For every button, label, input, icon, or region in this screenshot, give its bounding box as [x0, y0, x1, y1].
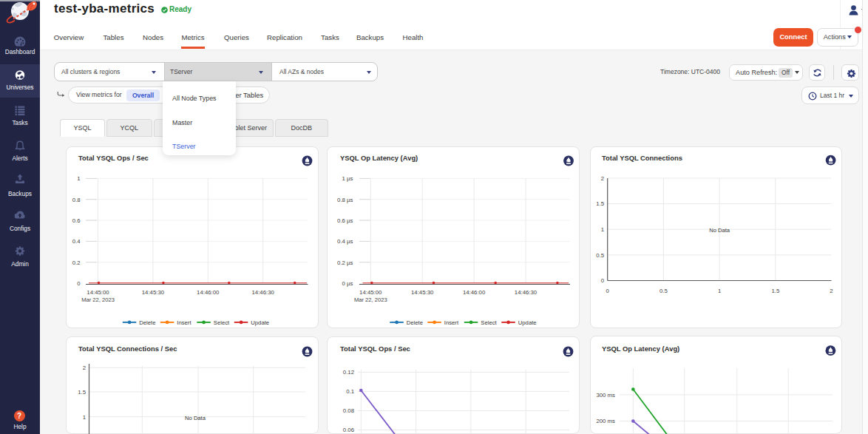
svg-text:0.08: 0.08: [343, 407, 354, 414]
svg-text:Delete: Delete: [139, 319, 155, 326]
svg-text:0.2: 0.2: [72, 260, 81, 266]
svg-text:1.5: 1.5: [596, 200, 605, 207]
svg-text:14:46:00: 14:46:00: [463, 289, 486, 296]
svg-text:Total YSQL Connections: Total YSQL Connections: [602, 154, 682, 162]
svg-text:0.8: 0.8: [72, 197, 81, 203]
svg-text:No Data: No Data: [185, 415, 206, 421]
svg-text:0 µs: 0 µs: [342, 280, 353, 287]
svg-text:300 ms: 300 ms: [596, 392, 615, 399]
svg-text:No Data: No Data: [709, 227, 730, 234]
svg-text:0: 0: [601, 277, 605, 284]
svg-text:14:46:00: 14:46:00: [197, 289, 220, 296]
svg-text:14:45:00: 14:45:00: [359, 289, 382, 296]
svg-text:14:45:30: 14:45:30: [411, 289, 434, 296]
svg-text:0.5: 0.5: [596, 252, 605, 259]
svg-text:0: 0: [606, 288, 610, 294]
svg-text:YSQL Op Latency (Avg): YSQL Op Latency (Avg): [602, 345, 679, 353]
svg-text:0.4: 0.4: [72, 238, 81, 245]
svg-text:1.5: 1.5: [78, 389, 87, 396]
svg-text:Total YSQL Ops / Sec: Total YSQL Ops / Sec: [78, 154, 149, 162]
svg-text:0.2 µs: 0.2 µs: [337, 260, 353, 266]
svg-text:0.6 µs: 0.6 µs: [337, 217, 353, 224]
svg-text:0.8 µs: 0.8 µs: [337, 197, 353, 203]
svg-text:0: 0: [77, 280, 81, 287]
svg-text:0.1: 0.1: [346, 388, 354, 395]
svg-text:Select: Select: [214, 319, 230, 326]
svg-text:0.12: 0.12: [343, 369, 354, 376]
svg-text:2: 2: [601, 175, 604, 182]
svg-text:0.06: 0.06: [343, 427, 354, 433]
svg-text:14:46:30: 14:46:30: [252, 289, 275, 296]
svg-text:2: 2: [83, 365, 86, 371]
svg-text:14:45:00: 14:45:00: [87, 289, 109, 296]
svg-text:2: 2: [830, 288, 833, 294]
svg-text:0.4 µs: 0.4 µs: [337, 238, 353, 245]
svg-text:0.6: 0.6: [72, 217, 81, 224]
svg-text:1: 1: [77, 175, 80, 182]
svg-text:Total YSQL Ops / Sec: Total YSQL Ops / Sec: [340, 345, 410, 353]
svg-text:Mar 22, 2023: Mar 22, 2023: [354, 296, 387, 303]
svg-text:Mar 22, 2023: Mar 22, 2023: [81, 296, 115, 303]
svg-text:Insert: Insert: [444, 319, 459, 326]
svg-text:Update: Update: [518, 319, 537, 326]
svg-text:0.5: 0.5: [660, 288, 668, 294]
svg-text:Delete: Delete: [407, 319, 423, 326]
svg-text:1.5: 1.5: [771, 288, 780, 294]
svg-text:Insert: Insert: [177, 319, 191, 326]
svg-text:1: 1: [83, 414, 86, 421]
svg-text:14:45:30: 14:45:30: [142, 289, 165, 296]
svg-text:YSQL Op Latency (Avg): YSQL Op Latency (Avg): [340, 154, 418, 162]
svg-text:200 ms: 200 ms: [596, 418, 615, 424]
svg-text:14:46:30: 14:46:30: [515, 289, 538, 296]
svg-text:Update: Update: [251, 319, 269, 326]
svg-text:1: 1: [601, 226, 604, 233]
svg-text:Select: Select: [481, 319, 497, 326]
svg-text:1 µs: 1 µs: [342, 175, 353, 182]
svg-text:1: 1: [718, 288, 721, 294]
svg-text:Total YSQL Connections / Sec: Total YSQL Connections / Sec: [78, 345, 177, 353]
